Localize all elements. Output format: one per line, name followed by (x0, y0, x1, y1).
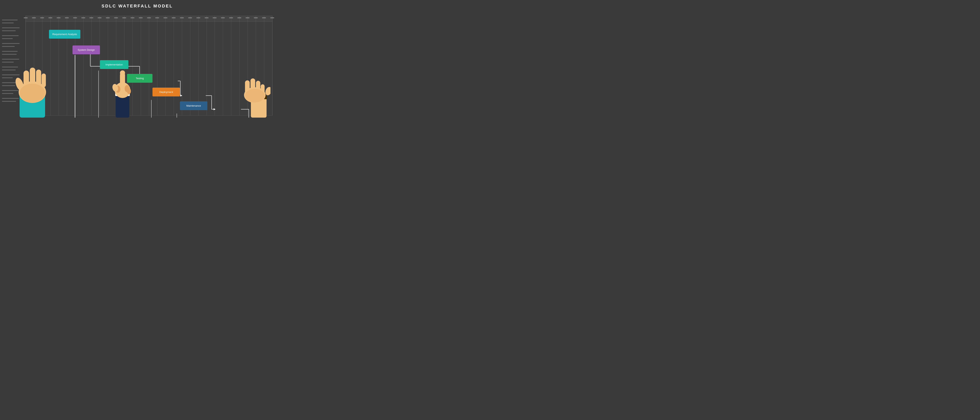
stage-deployment: Deployment (153, 88, 180, 96)
svg-point-37 (120, 70, 125, 75)
grid-vline (91, 16, 92, 115)
hand-center-illustration (110, 63, 135, 118)
svg-point-54 (245, 89, 265, 102)
svg-rect-28 (24, 70, 29, 86)
grid-vline (157, 16, 158, 115)
grid-vline (182, 16, 182, 115)
svg-rect-30 (36, 70, 41, 86)
grid-vline (198, 16, 199, 115)
svg-point-40 (127, 88, 131, 94)
stage-maintenance: Maintenance (180, 101, 207, 110)
grid-vline (215, 16, 215, 115)
grid-vline (173, 16, 174, 115)
grid-vline (207, 16, 207, 115)
svg-point-32 (20, 84, 45, 102)
page-title: SDLC WATERFALL MODEL (0, 0, 274, 9)
hand-right-illustration (235, 67, 270, 118)
grid-vline (231, 16, 231, 115)
stage-requirement: Requirement Analysis (49, 30, 80, 38)
svg-rect-29 (30, 68, 35, 85)
hand-left-illustration (12, 55, 55, 118)
stage-design: System Design (73, 46, 100, 54)
svg-rect-31 (41, 73, 46, 87)
